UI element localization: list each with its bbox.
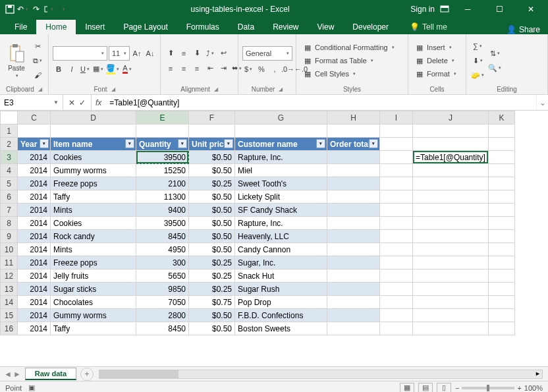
table-header-D[interactable]: Item name▾ <box>51 138 136 151</box>
cell-C9[interactable]: 2014 <box>18 230 51 243</box>
italic-button[interactable]: I <box>66 63 78 76</box>
clear-button[interactable]: 🧽▾ <box>470 69 485 82</box>
cell-K8[interactable] <box>488 217 514 230</box>
cut-button[interactable]: ✂ <box>32 40 43 53</box>
cell-K16[interactable] <box>488 322 514 335</box>
row-header-9[interactable]: 9 <box>1 230 18 243</box>
cell-C13[interactable]: 2014 <box>18 283 51 296</box>
cancel-formula-icon[interactable]: ✕ <box>68 98 75 107</box>
cell-D15[interactable]: Gummy worms <box>51 309 136 322</box>
tab-home[interactable]: Home <box>36 20 76 34</box>
wrap-text-button[interactable]: ↩ <box>217 47 229 60</box>
cell-G4[interactable]: Miel <box>235 164 327 177</box>
tab-formulas[interactable]: Formulas <box>177 20 229 34</box>
cell-E8[interactable]: 39500 <box>136 217 189 230</box>
cell-G1[interactable] <box>235 125 327 138</box>
insert-cells-button[interactable]: ▦Insert▾ <box>412 41 462 54</box>
cell-D4[interactable]: Gummy worms <box>51 164 136 177</box>
format-painter-button[interactable]: 🖌 <box>32 69 43 82</box>
increase-font-icon[interactable]: A↑ <box>131 47 143 60</box>
undo-icon[interactable]: ↶▾ <box>17 3 29 15</box>
cell-E5[interactable]: 2100 <box>136 177 189 190</box>
cell-I8[interactable] <box>380 217 413 230</box>
cell-H7[interactable] <box>327 204 380 217</box>
align-left-icon[interactable]: ≡ <box>165 62 177 75</box>
table-header-C[interactable]: Year▾ <box>18 138 51 151</box>
cell-K6[interactable] <box>488 190 514 204</box>
cell-K13[interactable] <box>488 283 514 296</box>
cell-F3[interactable]: $0.50 <box>189 151 235 164</box>
select-all-corner[interactable] <box>1 111 18 125</box>
number-launcher-icon[interactable]: ◢ <box>279 86 283 92</box>
cell-C1[interactable] <box>18 125 51 138</box>
cell-H1[interactable] <box>327 125 380 138</box>
macro-record-icon[interactable]: ▣ <box>28 383 35 392</box>
table-header-E[interactable]: Quantity▾ <box>136 138 189 151</box>
cell-F11[interactable]: $0.25 <box>189 256 235 269</box>
row-header-8[interactable]: 8 <box>1 217 18 230</box>
cell-D3[interactable]: Cookies <box>51 151 136 164</box>
zoom-level[interactable]: 100% <box>524 384 543 392</box>
zoom-slider[interactable] <box>462 387 514 389</box>
align-bottom-icon[interactable]: ⬇ <box>191 47 203 60</box>
cell-J5[interactable] <box>413 177 489 190</box>
name-box[interactable]: E3▼ <box>0 95 63 110</box>
bold-button[interactable]: B <box>53 63 65 76</box>
cell-I3[interactable] <box>380 151 413 164</box>
cell-C11[interactable]: 2014 <box>18 256 51 269</box>
minimize-button[interactable]: ─ <box>454 0 481 18</box>
cell-F9[interactable]: $0.50 <box>189 230 235 243</box>
cell-K14[interactable] <box>488 296 514 309</box>
cell-F8[interactable]: $0.50 <box>189 217 235 230</box>
cell-H14[interactable] <box>327 296 380 309</box>
underline-button[interactable]: U▾ <box>79 63 91 76</box>
font-size-combo[interactable]: 11▾ <box>109 46 130 61</box>
row-header-4[interactable]: 4 <box>1 164 18 177</box>
cell-I14[interactable] <box>380 296 413 309</box>
row-header-11[interactable]: 11 <box>1 256 18 269</box>
cell-I13[interactable] <box>380 283 413 296</box>
delete-cells-button[interactable]: ▦Delete▾ <box>412 54 462 67</box>
cell-G15[interactable]: F.B.D. Confections <box>235 309 327 322</box>
cell-J3[interactable]: =Table1[@Quantity] <box>413 151 489 164</box>
sign-in-link[interactable]: Sign in <box>410 5 435 14</box>
cell-J15[interactable] <box>413 309 489 322</box>
cell-H13[interactable] <box>327 283 380 296</box>
cell-D12[interactable]: Jelly fruits <box>51 269 136 283</box>
col-header-J[interactable]: J <box>413 111 489 125</box>
align-center-icon[interactable]: ≡ <box>178 62 190 75</box>
cell-F5[interactable]: $0.25 <box>189 177 235 190</box>
row-header-7[interactable]: 7 <box>1 204 18 217</box>
cell-F7[interactable]: $0.50 <box>189 204 235 217</box>
row-header-3[interactable]: 3 <box>1 151 18 164</box>
tell-me[interactable]: 💡Tell me <box>400 20 456 34</box>
cell-H8[interactable] <box>327 217 380 230</box>
cell-G6[interactable]: Lickety Split <box>235 190 327 204</box>
filter-icon[interactable]: ▾ <box>125 139 134 148</box>
cell-K15[interactable] <box>488 309 514 322</box>
ribbon-options-icon[interactable] <box>440 5 449 13</box>
cell-G14[interactable]: Pop Drop <box>235 296 327 309</box>
cell-H4[interactable] <box>327 164 380 177</box>
cell-G16[interactable]: Boston Sweets <box>235 322 327 335</box>
alignment-launcher-icon[interactable]: ◢ <box>214 86 218 92</box>
cell-C7[interactable]: 2014 <box>18 204 51 217</box>
cell-F13[interactable]: $0.25 <box>189 283 235 296</box>
cell-H9[interactable] <box>327 230 380 243</box>
clipboard-launcher-icon[interactable]: ◢ <box>38 86 42 92</box>
sheet-nav-prev-icon[interactable]: ◄ <box>4 370 12 379</box>
cell-J16[interactable] <box>413 322 489 335</box>
font-launcher-icon[interactable]: ◢ <box>111 86 115 92</box>
cell-D7[interactable]: Mints <box>51 204 136 217</box>
cell-I10[interactable] <box>380 243 413 256</box>
number-format-combo[interactable]: General▾ <box>242 46 292 61</box>
cell-K2[interactable] <box>488 138 514 151</box>
comma-format-icon[interactable]: , <box>269 63 281 76</box>
cell-J11[interactable] <box>413 256 489 269</box>
cell-E1[interactable] <box>136 125 189 138</box>
cell-F12[interactable]: $0.25 <box>189 269 235 283</box>
tab-developer[interactable]: Developer <box>343 20 398 34</box>
cell-J14[interactable] <box>413 296 489 309</box>
cell-G5[interactable]: Sweet Tooth's <box>235 177 327 190</box>
normal-view-icon[interactable]: ▦ <box>400 383 414 393</box>
